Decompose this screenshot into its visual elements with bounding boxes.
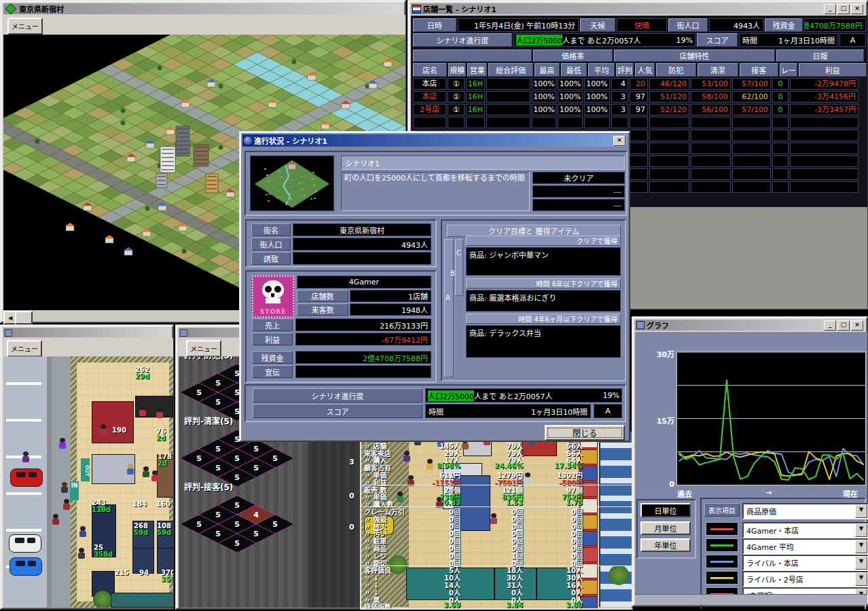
svg-text:5: 5 [272,520,278,529]
plant [93,590,112,608]
visitors-value: 1948人 [350,303,431,316]
table-column-header[interactable]: 総合評価 [488,63,532,77]
table-row[interactable]: 本店①16H100%100%100%39751/12058/10062/1000… [413,91,867,103]
table-cell: 56/100 [691,104,731,115]
chevron-down-icon[interactable]: ▼ [855,572,867,586]
person-sprite [139,405,146,416]
stats-row-label: 評価指数 [364,601,391,610]
table-column-header[interactable]: クレーム [780,63,797,77]
table-cell: 57/100 [732,78,771,90]
person-head [143,466,149,471]
shelf-stock-badge: 25358d [94,544,113,558]
weather-value: 快晴 [617,18,667,32]
table-row[interactable]: 本店①16H100%100%100%42046/12053/10057/1000… [413,78,867,90]
dlg-funds-value: 2億4708万7588円 [295,351,431,364]
store-view-menu-button[interactable]: メニュー [7,340,42,357]
town-pop-label: 街人口 [251,238,291,251]
legend-dropdown-3[interactable]: ライバル・2号店▼ [742,571,868,587]
progress-dialog-titlebar[interactable]: 進行状況 - シナリオ1 × [242,134,627,147]
close-icon[interactable]: × [613,136,626,146]
legend-swatch-3 [706,571,738,585]
table-cell: 3 [611,104,628,115]
table-column-header[interactable]: 利益 [799,63,867,77]
reputation-menu-button[interactable]: メニュー [186,340,221,357]
table-column-header[interactable]: 店名 [413,63,447,77]
table-cell [448,117,465,128]
score-kind: 時間 [429,406,444,417]
person-body [403,456,410,462]
scenario-thumbnail-map [251,156,333,210]
table-cell: 62/100 [732,91,771,103]
chevron-down-icon[interactable]: ▼ [855,504,867,518]
table-cell: 97 [630,91,648,103]
chevron-down-icon[interactable]: ▼ [855,540,867,553]
stock-count: 184 [132,501,147,508]
scroll-thumb[interactable] [15,311,33,325]
table-row-empty[interactable] [413,117,867,128]
table-cell [486,104,530,115]
town-name-label: 街名 [251,223,291,236]
person-sprite [52,514,59,525]
unit-month-button[interactable]: 月単位 [640,521,691,535]
table-cell: 16H [466,91,485,103]
display-item-dropdown[interactable]: 商品原価 ▼ [742,503,868,519]
map-menu-button[interactable]: メニュー [7,18,43,35]
maximize-icon[interactable]: □ [837,320,850,331]
table-column-header[interactable]: 評判 [616,63,634,77]
person-body [397,496,403,502]
table-column-header[interactable]: 接客 [740,63,779,77]
funds-label: 残資金 [765,18,803,32]
minimize-icon[interactable]: _ [824,4,836,14]
table-column-header[interactable]: 規模 [448,63,466,77]
svg-text:5: 5 [215,398,221,407]
svg-text:5: 5 [215,445,221,453]
table-column-header[interactable]: 最高 [535,63,560,77]
table-column-header[interactable]: 防犯 [656,63,697,77]
legend-dropdown-2[interactable]: ライバル・本店▼ [742,555,868,571]
dialog-store-panel: STORE 4Gamer 店舗数 1店舗 来客数 1948人 売上 216万31… [245,270,437,383]
table-cell [630,181,648,193]
unit-day-button[interactable]: 日単位 [640,503,691,517]
graph-titlebar[interactable]: グラフ _ □ × [635,320,865,331]
goal-condition-2: 時間 4年6ヶ月以下クリアで獲得 [466,314,621,324]
date-label: 日時 [413,18,456,32]
close-button[interactable]: 閉じる [545,425,625,441]
table-cell: 本店 [413,78,446,90]
graph-content: 30万 15万 0 過去 → 現在 日単位 月単位 年単位 表示項目 商品原価 … [635,332,867,605]
legend-dropdown-1[interactable]: 4Gamer 平均▼ [742,538,868,555]
svg-text:5: 5 [196,388,202,397]
person-head [23,451,29,456]
legend-label: ライバル・2号店 [746,574,803,585]
maximize-icon[interactable]: □ [837,4,850,14]
table-column-header[interactable]: 平均 [588,63,615,77]
chevron-down-icon[interactable]: ▼ [855,523,867,537]
town-invite-label: 誘致 [251,252,291,265]
close-icon[interactable]: × [851,4,863,14]
map-window-titlebar[interactable]: 東京県新宿村 [3,3,403,14]
stock-count: 190 [112,427,126,434]
store-view-canvas[interactable]: INOUT26229d190762d1782d243119d1841602685… [3,356,173,608]
legend-dropdown-0[interactable]: 4Gamer・本店▼ [742,522,868,538]
table-column-header[interactable]: 最低 [561,63,587,77]
table-column-header[interactable]: 人気 [635,63,654,77]
table-column-header[interactable]: 営業 [467,63,487,77]
close-icon[interactable]: × [851,320,863,331]
stats-window[interactable]: 〃 人気145人79人56人〃 店舗145人79人56人来客来店29人79人56… [360,432,633,610]
chevron-down-icon[interactable]: ▼ [855,556,867,570]
table-row[interactable]: 2号店①16H100%100%100%39752/12056/10057/100… [413,104,867,115]
table-column-header[interactable]: 清潔 [698,63,738,77]
reputation-icon [180,329,187,337]
minimize-icon[interactable]: _ [824,320,836,331]
dlg-score-rank: A [594,404,622,418]
store-view-titlebar[interactable] [3,328,170,337]
table-cell [630,117,648,128]
store-list-titlebar[interactable]: 店舗一覧 - シナリオ1 _ □ × [411,3,865,14]
in-sign: IN [70,481,79,500]
person-head [140,405,145,410]
town-name: 東京県新宿村 [293,223,431,236]
table-cell [486,91,530,103]
goal-item-0: 商品: ジャンボ中華マン [466,247,621,276]
table-cell [732,130,771,141]
unit-year-button[interactable]: 年単位 [640,538,691,552]
legend-panel: 表示項目 商品原価 ▼ 4Gamer・本店▼ 4Gamer 平均▼ ライバル・本… [700,498,866,609]
